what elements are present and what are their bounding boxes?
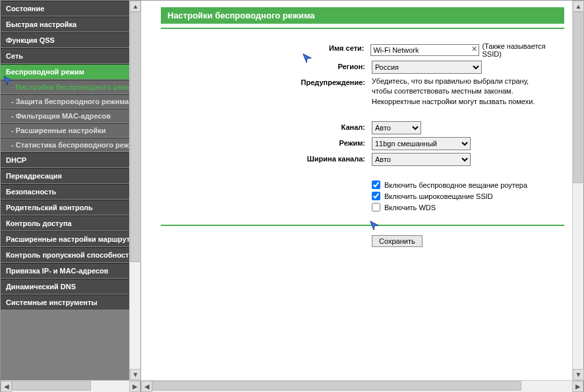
sidebar-submenu-item[interactable]: - Фильтрация MAC-адресов [1, 109, 129, 123]
save-button[interactable]: Сохранить [372, 235, 423, 247]
form-area: Имя сети: ✕ (Также называется SSID) Реги… [293, 42, 564, 247]
scroll-right-arrow[interactable]: ▶ [129, 381, 140, 392]
wds-label: Включить WDS [384, 204, 436, 211]
sidebar-menu-item[interactable]: Безопасность [1, 184, 129, 200]
scroll-track[interactable] [130, 12, 140, 369]
page-title: Настройки беспроводного режима [161, 7, 564, 24]
sidebar-menu-item[interactable]: Динамический DNS [1, 279, 129, 294]
sidebar-horizontal-scrollbar[interactable]: ◀ ▶ [1, 380, 140, 391]
sidebar-menu-item[interactable]: Системные инструменты [1, 294, 129, 310]
app-frame: СостояниеБыстрая настройкаФункция QSSСет… [0, 0, 584, 392]
content-column: Настройки беспроводного режима Имя сети:… [140, 1, 583, 391]
sidebar-menu-item[interactable]: Контроль доступа [1, 215, 129, 231]
channel-select[interactable]: Авто [372, 121, 421, 134]
ssid-broadcast-label: Включить широковещание SSID [384, 192, 493, 200]
sidebar-menu-item[interactable]: Переадресация [1, 168, 129, 184]
region-label: Регион: [293, 61, 372, 70]
content-area: Настройки беспроводного режима Имя сети:… [141, 1, 572, 380]
ssid-label: Имя сети: [293, 42, 370, 52]
ssid-input[interactable] [370, 44, 479, 56]
warning-text: Убедитесь, что вы правильно выбрали стра… [372, 76, 543, 107]
wds-checkbox[interactable] [372, 203, 380, 211]
ssid-note: (Также называется SSID) [482, 42, 564, 58]
scroll-track[interactable] [152, 381, 572, 392]
scroll-thumb[interactable] [152, 381, 521, 391]
scroll-left-arrow[interactable]: ◀ [141, 381, 152, 392]
scroll-down-arrow[interactable]: ▼ [573, 369, 584, 380]
content-vertical-scrollbar[interactable]: ▲ ▼ [572, 1, 583, 380]
channel-width-select[interactable]: Авто [372, 153, 471, 166]
mode-label: Режим: [293, 137, 372, 147]
scroll-up-arrow[interactable]: ▲ [573, 1, 584, 12]
wireless-radio-label: Включить беспроводное вещание роутера [384, 181, 527, 189]
sidebar-vertical-scrollbar[interactable]: ▲ ▼ [129, 1, 140, 380]
sidebar-menu-item[interactable]: Быстрая настройка [1, 16, 129, 32]
content-horizontal-scrollbar[interactable]: ◀ ▶ [141, 380, 583, 391]
scroll-up-arrow[interactable]: ▲ [130, 1, 141, 12]
channel-label: Канал: [293, 121, 372, 131]
sidebar-menu-item[interactable]: Расширенные настройки маршрутизации [1, 231, 129, 247]
scroll-thumb[interactable] [130, 12, 140, 262]
sidebar-submenu-item[interactable]: - Защита беспроводного режима [1, 94, 129, 109]
sidebar-menu-item[interactable]: Контроль пропускной способности [1, 247, 129, 263]
sidebar-menu-item[interactable]: Беспроводной режим [1, 64, 129, 80]
scroll-track[interactable] [12, 381, 129, 392]
sidebar-nav: СостояниеБыстрая настройкаФункция QSSСет… [1, 1, 129, 380]
wireless-radio-checkbox[interactable] [372, 181, 380, 189]
sidebar-submenu-item[interactable]: - Расширенные настройки [1, 123, 129, 138]
sidebar-menu-item[interactable]: Родительский контроль [1, 200, 129, 215]
sidebar-menu-item[interactable]: Привязка IP- и MAC-адресов [1, 263, 129, 279]
scroll-track[interactable] [573, 12, 583, 369]
sidebar-menu-item[interactable]: Функция QSS [1, 32, 129, 48]
sidebar-column: СостояниеБыстрая настройкаФункция QSSСет… [1, 1, 140, 391]
divider [161, 225, 564, 226]
mode-select[interactable]: 11bgn смешанный [372, 137, 471, 150]
scroll-thumb[interactable] [573, 12, 583, 183]
scroll-down-arrow[interactable]: ▼ [130, 369, 141, 380]
sidebar-menu-item[interactable]: Сеть [1, 48, 129, 64]
region-select[interactable]: Россия [372, 61, 482, 74]
sidebar-menu-item[interactable]: Состояние [1, 1, 129, 16]
sidebar-submenu-item[interactable]: - Настройки беспроводного режима [1, 80, 129, 94]
scroll-left-arrow[interactable]: ◀ [1, 381, 12, 392]
sidebar-menu-item[interactable]: DHCP [1, 152, 129, 168]
clear-input-icon[interactable]: ✕ [471, 45, 477, 53]
sidebar-submenu-item[interactable]: - Статистика беспроводного режима [1, 138, 129, 152]
divider [161, 28, 564, 29]
scroll-right-arrow[interactable]: ▶ [572, 381, 583, 392]
warning-label: Предупреждение: [293, 76, 372, 86]
ssid-broadcast-checkbox[interactable] [372, 192, 380, 200]
channel-width-label: Ширина канала: [293, 153, 372, 163]
scroll-thumb[interactable] [12, 381, 91, 391]
